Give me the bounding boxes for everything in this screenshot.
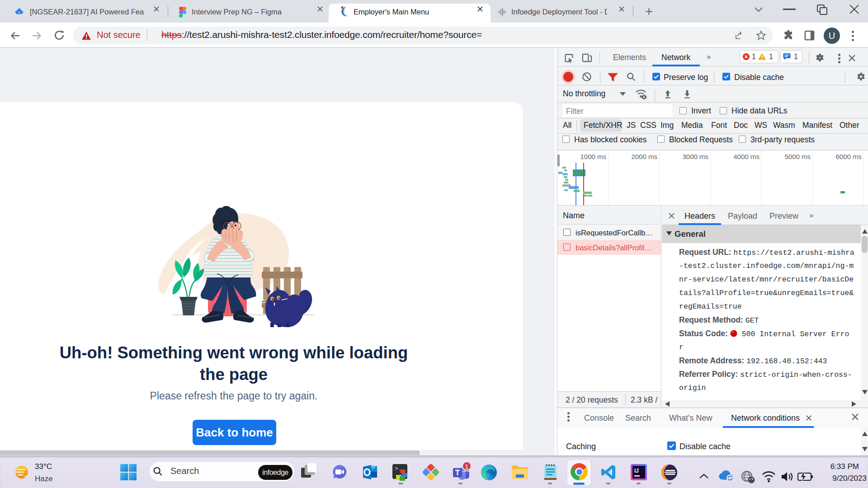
svg-text:IJ: IJ: [634, 468, 639, 474]
